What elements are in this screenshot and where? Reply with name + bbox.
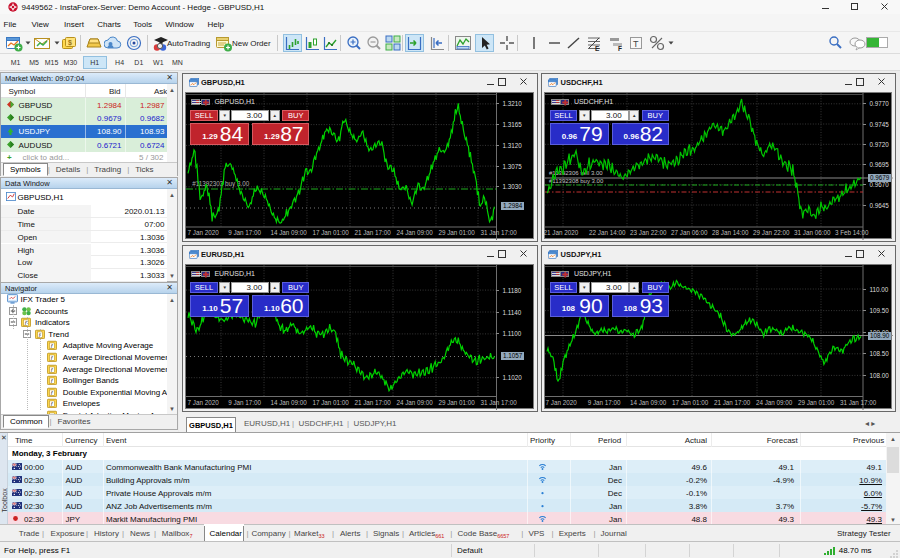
svg-text:#11392303 buy 3.00: #11392303 buy 3.00	[192, 180, 249, 188]
svg-text:#11392308 buy 3.00: #11392308 buy 3.00	[549, 178, 604, 184]
svg-text:T: T	[633, 39, 639, 49]
svg-text:$: $	[68, 39, 72, 47]
svg-text:F: F	[618, 45, 622, 52]
svg-text:E: E	[595, 45, 600, 52]
